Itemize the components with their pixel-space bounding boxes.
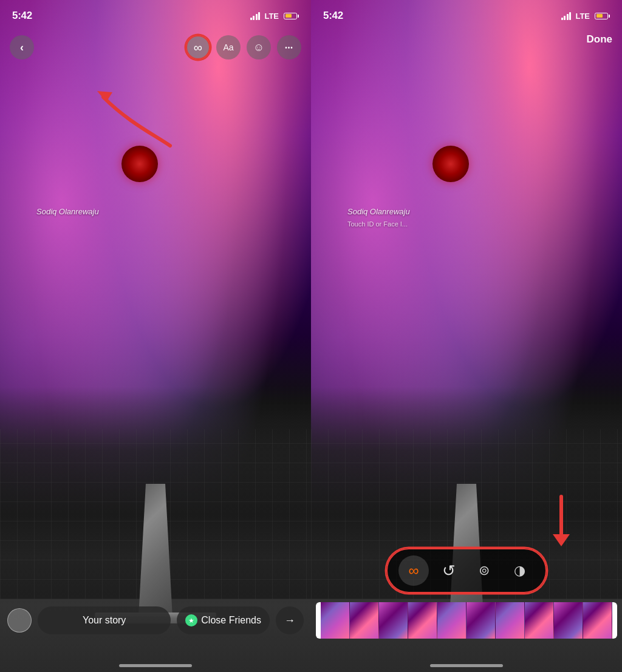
close-friends-button[interactable]: ★ Close Friends: [177, 606, 270, 634]
toolbar: ‹ ∞ Aa ☺ •••: [0, 30, 311, 64]
boomerang-options-bar: ∞ ↺ ⊚ ◑: [386, 548, 547, 593]
status-icons: LTE: [250, 12, 299, 21]
boomerang-button[interactable]: ∞: [186, 35, 210, 59]
battery-tip: [298, 15, 299, 18]
text-button[interactable]: Aa: [216, 35, 241, 59]
signal-bars-icon-right: [561, 12, 572, 20]
rewind-option-icon: ↺: [442, 562, 456, 580]
right-phone-screen: 5:42 LTE Done Sodiq Olanrewaju Touch ID …: [311, 0, 622, 672]
story-avatar: [7, 608, 32, 633]
username-text-right: Sodiq Olanrewaju: [347, 207, 410, 216]
signal-bar-3: [256, 14, 258, 20]
signal-bars-icon: [250, 12, 261, 20]
done-button[interactable]: Done: [587, 33, 613, 46]
battery-icon-right: [595, 13, 610, 19]
signal-bar-r3: [567, 14, 569, 20]
back-button[interactable]: ‹: [10, 35, 34, 59]
signal-bar-r2: [564, 16, 566, 20]
battery-icon: [284, 13, 299, 19]
signal-bar-r1: [561, 18, 563, 20]
battery-body: [284, 13, 297, 19]
timeline-frame-4: [408, 602, 437, 639]
battery-fill-right: [596, 14, 603, 18]
timeline-frame-6: [466, 602, 496, 639]
timeline-frame-5: [437, 602, 466, 639]
your-story-button[interactable]: Your story: [38, 606, 171, 634]
send-button[interactable]: →: [276, 606, 304, 634]
echo-option-icon: ⊚: [479, 563, 490, 579]
timeline-frames: [321, 602, 612, 639]
svg-marker-1: [553, 534, 570, 546]
signal-bar-4: [258, 12, 260, 20]
boomerang-option-duo[interactable]: ◑: [504, 555, 535, 586]
timeline-frame-1: [321, 602, 350, 639]
timeline-frame-7: [496, 602, 525, 639]
timeline-frame-8: [525, 602, 554, 639]
status-bar: 5:42 LTE: [0, 0, 311, 27]
signal-bar-1: [250, 18, 252, 20]
username-text: Sodiq Olanrewaju: [36, 207, 99, 216]
battery-tip-right: [609, 15, 610, 18]
lte-label: LTE: [264, 12, 279, 21]
status-bar-right: 5:42 LTE: [311, 0, 622, 27]
share-bar[interactable]: Your story ★ Close Friends →: [0, 602, 311, 639]
back-icon: ‹: [20, 41, 24, 54]
toolbar-right: ∞ Aa ☺ •••: [186, 35, 301, 59]
annotation-arrow-right: [525, 490, 598, 554]
home-indicator: [119, 664, 192, 667]
arrow-svg-right: [525, 490, 598, 551]
duo-option-icon: ◑: [514, 563, 525, 579]
signal-bar-r4: [569, 12, 571, 20]
sticker-icon: ☺: [253, 41, 264, 54]
more-icon: •••: [285, 44, 293, 51]
video-timeline[interactable]: [316, 602, 617, 639]
home-indicator-right: [430, 664, 503, 667]
username-overlay-right: Sodiq Olanrewaju: [347, 206, 410, 216]
arrow-svg: [73, 79, 182, 152]
signal-bar-2: [253, 16, 255, 20]
status-time: 5:42: [12, 10, 32, 22]
done-label: Done: [587, 33, 613, 45]
username-overlay: Sodiq Olanrewaju: [36, 206, 99, 216]
boomerang-option-rewind[interactable]: ↺: [434, 555, 464, 586]
annotation-arrow-left: [73, 79, 182, 154]
left-phone-screen: 5:42 LTE ‹ ∞ A: [0, 0, 311, 672]
subtext-text-right: Touch ID or Face I...: [347, 220, 408, 228]
battery-body-right: [595, 13, 608, 19]
close-friends-icon: ★: [185, 614, 197, 626]
timeline-frame-9: [554, 602, 583, 639]
send-icon: →: [284, 614, 295, 627]
sticker-button[interactable]: ☺: [247, 35, 271, 59]
rose-decoration-right: [432, 146, 469, 182]
status-icons-right: LTE: [561, 12, 610, 21]
boomerang-option-infinity[interactable]: ∞: [398, 555, 429, 586]
infinity-option-icon: ∞: [408, 562, 419, 579]
timeline-frame-10: [583, 602, 612, 639]
your-story-label: Your story: [83, 615, 126, 626]
status-time-right: 5:42: [323, 10, 343, 22]
timeline-handle-left[interactable]: [316, 602, 321, 639]
timeline-handle-right[interactable]: [612, 602, 617, 639]
boomerang-option-echo[interactable]: ⊚: [469, 555, 499, 586]
infinity-icon: ∞: [194, 41, 202, 55]
more-button[interactable]: •••: [277, 35, 301, 59]
subtext-overlay-right: Touch ID or Face I...: [347, 219, 408, 228]
lte-label-right: LTE: [575, 12, 590, 21]
timeline-frame-3: [379, 602, 408, 639]
close-friends-label: Close Friends: [201, 615, 261, 626]
timeline-frame-2: [350, 602, 379, 639]
battery-fill: [285, 14, 292, 18]
text-icon: Aa: [223, 42, 233, 52]
